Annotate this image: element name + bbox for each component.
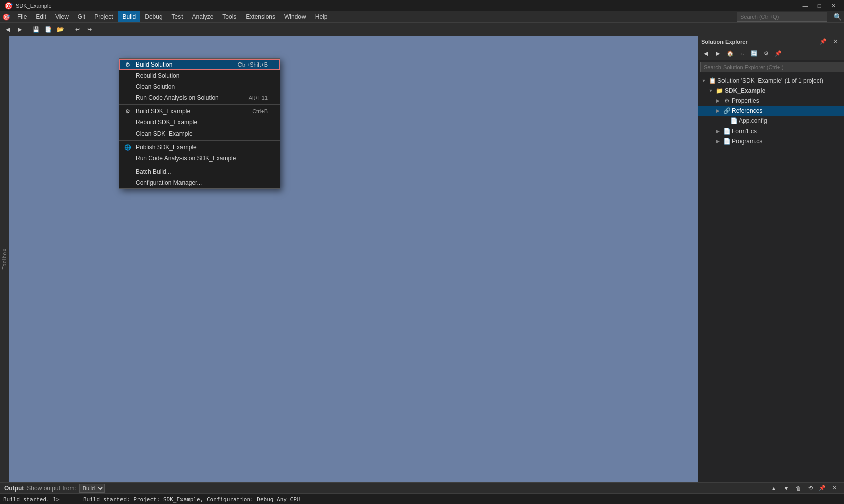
clean-solution-label: Clean Solution [136,83,175,90]
center-area: ⚙ Build Solution Ctrl+Shift+B Rebuild So… [9,36,698,482]
toolbar: ◀ ▶ 💾 📑 📂 ↩ ↪ [0,22,844,36]
se-settings-btn[interactable]: ⚙ [761,48,772,59]
program-icon: 📄 [722,137,731,145]
toolbar-forward-btn[interactable]: ▶ [14,24,25,35]
batch-build-icon [124,168,132,176]
se-nav-forward-btn[interactable]: ▶ [712,48,724,59]
menu-window[interactable]: Window [280,11,310,22]
menu-debug[interactable]: Debug [141,11,166,22]
output-clear-btn[interactable]: 🗑 [793,483,804,494]
output-title: Output [4,485,24,492]
se-close-button[interactable]: ✕ [830,36,841,47]
toolbar-save-btn[interactable]: 💾 [31,24,42,35]
menu-publish-sdk[interactable]: 🌐 Publish SDK_Example [119,142,280,153]
menu-rebuild-solution[interactable]: Rebuild Solution [119,70,280,81]
output-scroll-up-btn[interactable]: ▲ [768,483,779,494]
menu-extensions[interactable]: Extensions [242,11,279,22]
output-panel: Output Show output from: Build ▲ ▼ 🗑 ⟲ 📌… [0,482,844,504]
rebuild-solution-icon [124,72,132,80]
toolbar-saveall-btn[interactable]: 📑 [43,24,54,35]
build-sdk-icon: ⚙ [124,107,132,115]
form1-icon: 📄 [722,127,731,135]
tree-item-project[interactable]: ▼ 📁 SDK_Example [698,86,844,96]
menu-git[interactable]: Git [74,11,89,22]
run-code-analysis-sdk-label: Run Code Analysis on SDK_Example [136,155,236,162]
menu-run-code-analysis-sdk[interactable]: Run Code Analysis on SDK_Example [119,153,280,164]
menu-analyze[interactable]: Analyze [188,11,218,22]
clean-sdk-icon [124,130,132,138]
tree-item-form1[interactable]: ▶ 📄 Form1.cs [698,126,844,136]
menu-build-sdk[interactable]: ⚙ Build SDK_Example Ctrl+B [119,106,280,117]
expand-appconfig-icon [721,117,729,124]
menu-run-code-analysis-solution[interactable]: Run Code Analysis on Solution Alt+F11 [119,92,280,103]
dropdown-sep-1 [119,104,280,105]
toolbox-label: Toolbox [2,248,7,269]
build-dropdown-menu: ⚙ Build Solution Ctrl+Shift+B Rebuild So… [119,58,280,189]
properties-icon: ⚙ [722,97,731,105]
output-pin-btn[interactable]: 📌 [817,483,828,494]
publish-sdk-icon: 🌐 [124,143,132,151]
vs-icon: 🎯 [2,13,10,21]
clean-sdk-label: Clean SDK_Example [136,130,193,137]
search-input[interactable] [737,12,827,22]
menu-build[interactable]: Build [118,11,140,22]
tree-item-solution[interactable]: ▼ 📋 Solution 'SDK_Example' (1 of 1 proje… [698,76,844,86]
vs-logo-icon: 🎯 [4,2,13,10]
config-manager-label: Configuration Manager... [136,179,202,186]
clean-solution-icon [124,83,132,91]
code-analysis-sdk-icon [124,154,132,162]
output-source-select[interactable]: Build [79,484,105,493]
menu-clean-solution[interactable]: Clean Solution [119,81,280,92]
output-content: Build started. 1>------ Build started: P… [0,494,844,504]
run-code-analysis-solution-shortcut: Alt+F11 [249,95,268,101]
menu-clean-sdk[interactable]: Clean SDK_Example [119,128,280,139]
toolbar-back-btn[interactable]: ◀ [2,24,13,35]
expand-form1-icon: ▶ [714,128,721,135]
properties-label: Properties [732,97,759,104]
build-solution-shortcut: Ctrl+Shift+B [238,61,268,68]
publish-sdk-label: Publish SDK_Example [136,144,197,151]
output-word-wrap-btn[interactable]: ⟲ [805,483,816,494]
tree-item-properties[interactable]: ▶ ⚙ Properties [698,96,844,106]
se-refresh-btn[interactable]: 🔄 [749,48,760,59]
project-label: SDK_Example [725,87,765,94]
solution-explorer-search[interactable] [700,62,844,72]
se-home-btn[interactable]: 🏠 [725,48,736,59]
toolbar-open-btn[interactable]: 📂 [55,24,66,35]
menu-edit[interactable]: Edit [32,11,50,22]
menu-file[interactable]: File [13,11,31,22]
menu-tools[interactable]: Tools [218,11,240,22]
menu-help[interactable]: Help [311,11,332,22]
menu-build-solution[interactable]: ⚙ Build Solution Ctrl+Shift+B [119,59,280,70]
toolbar-undo-btn[interactable]: ↩ [72,24,83,35]
maximize-button[interactable]: □ [813,1,826,10]
se-sync-btn[interactable]: ↔ [737,48,748,59]
se-nav-back-btn[interactable]: ◀ [700,48,711,59]
menu-config-manager[interactable]: Configuration Manager... [119,177,280,188]
solution-label: Solution 'SDK_Example' (1 of 1 project) [717,77,823,84]
menu-view[interactable]: View [51,11,73,22]
output-scroll-down-btn[interactable]: ▼ [780,483,792,494]
toolbar-redo-btn[interactable]: ↪ [84,24,95,35]
references-label: References [732,107,762,114]
build-solution-icon: ⚙ [124,60,132,69]
solution-tree: ▼ 📋 Solution 'SDK_Example' (1 of 1 proje… [698,74,844,482]
project-icon: 📁 [715,87,724,95]
menu-bar: 🎯 File Edit View Git Project Build Debug… [0,11,844,22]
tree-item-appconfig[interactable]: 📄 App.config [698,116,844,126]
tree-item-references[interactable]: ▶ 🔗 References [698,106,844,116]
solution-explorer-title: Solution Explorer [701,39,748,45]
output-close-btn[interactable]: ✕ [829,483,840,494]
rebuild-sdk-label: Rebuild SDK_Example [136,119,197,126]
tree-item-program[interactable]: ▶ 📄 Program.cs [698,136,844,146]
se-pin-button[interactable]: 📌 [818,36,829,47]
menu-rebuild-sdk[interactable]: Rebuild SDK_Example [119,117,280,128]
close-button[interactable]: ✕ [827,1,840,10]
menu-test[interactable]: Test [168,11,187,22]
menu-batch-build[interactable]: Batch Build... [119,166,280,177]
menu-project[interactable]: Project [90,11,117,22]
expand-solution-icon: ▼ [700,77,707,84]
se-pin2-btn[interactable]: 📌 [773,48,784,59]
minimize-button[interactable]: — [799,1,812,10]
dropdown-sep-2 [119,140,280,141]
